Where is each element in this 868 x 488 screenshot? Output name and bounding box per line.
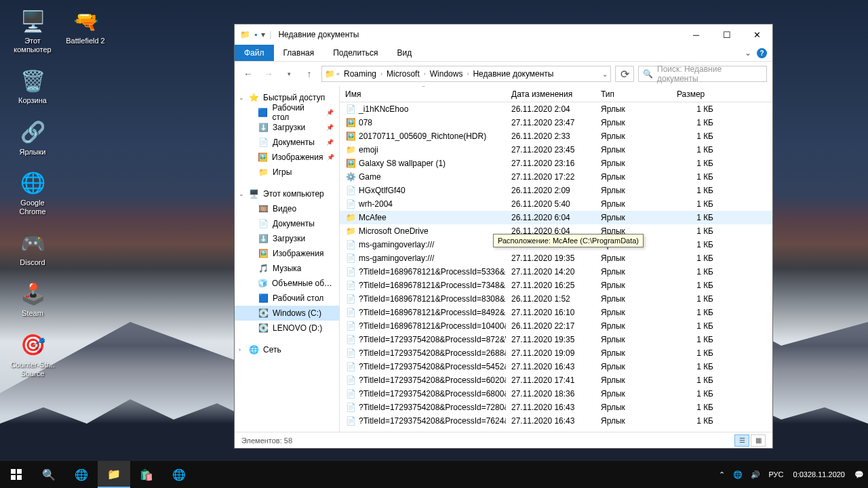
- nav-item[interactable]: 📁Игры: [235, 165, 339, 180]
- file-row[interactable]: 📄wrh-200426.11.2020 5:40Ярлык1 КБ: [340, 197, 772, 211]
- taskbar-explorer[interactable]: 📁: [98, 461, 130, 488]
- tab-home[interactable]: Главная: [274, 45, 324, 61]
- file-row[interactable]: 📄?TitleId=1689678121&ProcessId=7348&...2…: [340, 279, 772, 292]
- file-row[interactable]: 🖼️20170711_005609_Richtone(HDR)26.11.202…: [340, 129, 772, 143]
- file-row[interactable]: 📄?TitleId=1689678121&ProcessId=8308&...2…: [340, 292, 772, 306]
- file-row[interactable]: ⚙️Game27.11.2020 17:22Ярлык1 КБ: [340, 170, 772, 184]
- desktop-icon-recycle-bin[interactable]: 🗑️Корзина: [7, 66, 58, 105]
- file-row[interactable]: 📄?TitleId=1689678121&ProcessId=10400&...…: [340, 319, 772, 333]
- file-row[interactable]: 🖼️Galaxy S8 wallpaper (1)27.11.2020 23:1…: [340, 157, 772, 170]
- file-type: Ярлык: [595, 213, 671, 222]
- file-row[interactable]: 📄HGxQtlfGf4026.11.2020 2:09Ярлык1 КБ: [340, 184, 772, 197]
- close-button[interactable]: ✕: [742, 24, 772, 45]
- file-row[interactable]: 📄_i1hKNcEhoo26.11.2020 2:04Ярлык1 КБ: [340, 102, 772, 116]
- file-size: 1 КБ: [671, 159, 719, 168]
- search-button[interactable]: 🔍: [33, 461, 65, 488]
- help-icon[interactable]: ?: [757, 48, 767, 58]
- nav-this-pc[interactable]: ⌄ 🖥️ Этот компьютер: [235, 186, 339, 201]
- file-row[interactable]: 📁emoji27.11.2020 23:45Ярлык1 КБ: [340, 143, 772, 157]
- tab-file[interactable]: Файл: [235, 45, 274, 61]
- search-input[interactable]: 🔍 Поиск: Недавние документы: [638, 66, 767, 82]
- desktop-icon-google-chrome[interactable]: 🌐GoogleChrome: [7, 169, 58, 216]
- file-row[interactable]: 📄?TitleId=17293754208&ProcessId=6020&...…: [340, 373, 772, 387]
- file-date: 26.11.2020 6:04: [506, 213, 595, 222]
- file-date: 27.11.2020 17:41: [506, 375, 595, 385]
- nav-item[interactable]: 🖼️Изображения📌: [235, 150, 339, 165]
- nav-item[interactable]: 📄Документы: [235, 216, 339, 231]
- nav-item[interactable]: ⬇️Загрузки📌: [235, 120, 339, 135]
- taskbar-store[interactable]: 🛍️: [130, 461, 163, 488]
- tray-notifications-icon[interactable]: 💬: [850, 461, 868, 488]
- breadcrumb-dropdown-icon[interactable]: ⌄: [602, 70, 608, 78]
- nav-item[interactable]: 📄Документы📌: [235, 135, 339, 150]
- breadcrumb-item[interactable]: Microsoft: [384, 69, 422, 79]
- column-type[interactable]: Тип: [595, 86, 671, 102]
- chevron-right-icon[interactable]: ›: [239, 346, 247, 353]
- minimize-button[interactable]: ─: [681, 24, 711, 45]
- file-row[interactable]: 📄?TitleId=1689678121&ProcessId=5336&...2…: [340, 265, 772, 279]
- desktop-icon-steam[interactable]: 🕹️Steam: [7, 279, 58, 318]
- tray-network-icon[interactable]: 🌐: [729, 461, 747, 488]
- tab-share[interactable]: Поделиться: [323, 45, 387, 61]
- desktop-icon-battlefield-2[interactable]: 🔫Battlefield 2: [60, 7, 111, 45]
- file-row[interactable]: 📄?TitleId=17293754208&ProcessId=2688&...…: [340, 346, 772, 360]
- column-size[interactable]: Размер: [671, 86, 772, 102]
- nav-item[interactable]: 🎞️Видео: [235, 201, 339, 216]
- nav-item[interactable]: 💽Windows (C:): [235, 306, 339, 321]
- file-row[interactable]: 📄ms-gamingoverlay:///27.11.2020 19:35Ярл…: [340, 251, 772, 265]
- google-chrome-icon: 🌐: [18, 169, 47, 197]
- titlebar[interactable]: 📁 ▪ ▾ | Недавние документы ─ ☐ ✕: [235, 24, 772, 45]
- tray-volume-icon[interactable]: 🔊: [747, 461, 764, 488]
- recycle-bin-icon: 🗑️: [18, 66, 47, 95]
- nav-item[interactable]: 🟦Рабочий стол📌: [235, 105, 339, 120]
- file-list[interactable]: 📄_i1hKNcEhoo26.11.2020 2:04Ярлык1 КБ🖼️07…: [340, 102, 772, 432]
- file-date: 27.11.2020 16:43: [506, 416, 595, 426]
- chevron-down-icon[interactable]: ⌄: [239, 190, 247, 197]
- breadcrumb-item[interactable]: Недавние документы: [470, 69, 556, 79]
- nav-item[interactable]: 💽LENOVO (D:): [235, 321, 339, 336]
- breadcrumb-item[interactable]: Roaming: [341, 69, 379, 79]
- file-row[interactable]: 🖼️07827.11.2020 23:47Ярлык1 КБ: [340, 116, 772, 129]
- file-row[interactable]: 📄?TitleId=17293754208&ProcessId=872&Wi..…: [340, 333, 772, 346]
- chevron-down-icon[interactable]: ⌄: [239, 94, 247, 101]
- nav-item-icon: 💽: [258, 308, 269, 319]
- forward-button[interactable]: →: [260, 66, 277, 82]
- nav-item[interactable]: 🧊Объемные объекты: [235, 276, 339, 291]
- refresh-button[interactable]: ⟳: [615, 66, 634, 82]
- tray-overflow-button[interactable]: ⌃: [715, 461, 729, 488]
- nav-item[interactable]: 🟦Рабочий стол: [235, 291, 339, 306]
- taskbar-edge[interactable]: 🌐: [65, 461, 98, 488]
- file-row[interactable]: 📄?TitleId=17293754208&ProcessId=7624&...…: [340, 414, 772, 428]
- desktop-icon-counter-strike-source[interactable]: 🎯Counter-Str...Source: [7, 331, 58, 378]
- ribbon-collapse-icon[interactable]: ⌄: [745, 48, 751, 58]
- properties-icon[interactable]: ▪: [254, 30, 257, 39]
- qat-dropdown-icon[interactable]: ▾: [261, 30, 265, 39]
- breadcrumb-item[interactable]: Windows: [427, 69, 466, 79]
- tray-language[interactable]: РУС: [764, 461, 787, 488]
- up-button[interactable]: ↑: [301, 66, 317, 82]
- file-row[interactable]: 📄?TitleId=17293754208&ProcessId=6800&...…: [340, 387, 772, 401]
- nav-item[interactable]: ⬇️Загрузки: [235, 231, 339, 246]
- nav-item[interactable]: 🎵Музыка: [235, 261, 339, 276]
- maximize-button[interactable]: ☐: [711, 24, 742, 45]
- breadcrumb-root-icon[interactable]: 📁: [325, 69, 335, 79]
- file-row[interactable]: 📄?TitleId=17293754208&ProcessId=7280&...…: [340, 401, 772, 414]
- back-button[interactable]: ←: [240, 66, 256, 82]
- desktop-icon-shortcuts[interactable]: 🔗Ярлыки: [7, 118, 58, 157]
- file-row[interactable]: 📁McAfee26.11.2020 6:04Ярлык1 КБ: [340, 211, 772, 224]
- column-date[interactable]: Дата изменения: [506, 86, 595, 102]
- desktop-icon-discord[interactable]: 🎮Discord: [7, 228, 58, 267]
- icons-view-button[interactable]: ▦: [751, 434, 766, 447]
- tab-view[interactable]: Вид: [387, 45, 421, 61]
- breadcrumb[interactable]: 📁 « Roaming› Microsoft› Windows› Недавни…: [321, 66, 611, 82]
- desktop-icon-this-pc[interactable]: 🖥️Этоткомпьютер: [7, 7, 58, 54]
- nav-network[interactable]: › 🌐 Сеть: [235, 342, 339, 357]
- taskbar-chrome[interactable]: 🌐: [163, 461, 195, 488]
- file-row[interactable]: 📄?TitleId=17293754208&ProcessId=5452&...…: [340, 360, 772, 373]
- nav-item[interactable]: 🖼️Изображения: [235, 246, 339, 261]
- start-button[interactable]: [0, 461, 33, 488]
- details-view-button[interactable]: ☰: [734, 434, 749, 447]
- recent-locations-button[interactable]: ▾: [281, 66, 297, 82]
- tray-clock[interactable]: 0:03 28.11.2020: [788, 461, 850, 488]
- file-row[interactable]: 📄?TitleId=1689678121&ProcessId=8492&...2…: [340, 306, 772, 319]
